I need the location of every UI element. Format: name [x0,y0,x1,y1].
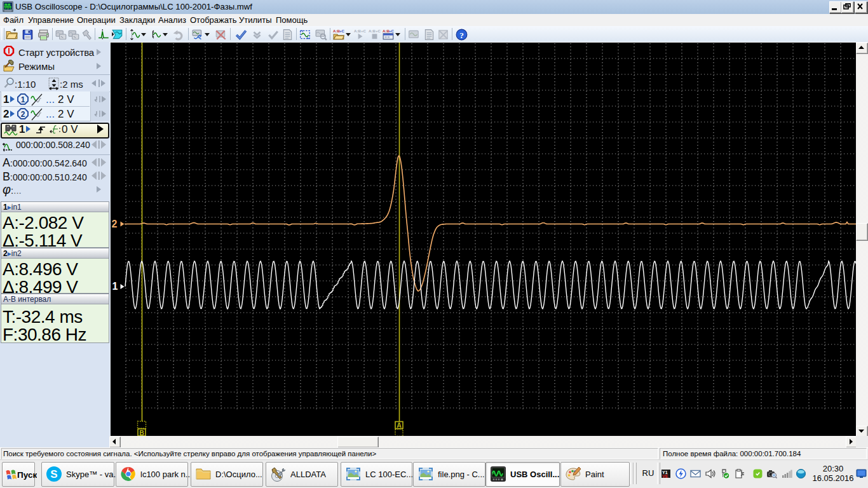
svg-text:S: S [50,468,57,480]
svg-text:+C: +C [389,29,395,33]
svg-text:A:B+C: A:B+C [354,29,366,33]
svg-text:?: ? [459,30,464,40]
svg-text:A:B+C: A:B+C [369,29,381,33]
svg-text:VE: VE [662,474,668,478]
svg-text:2: 2 [112,219,118,229]
svg-text:A: A [397,421,402,429]
svg-text:1: 1 [21,95,25,104]
svg-text:2: 2 [21,110,25,119]
svg-text:B: B [139,429,144,437]
svg-text:1: 1 [112,281,118,292]
svg-text:+C: +C [339,29,345,33]
